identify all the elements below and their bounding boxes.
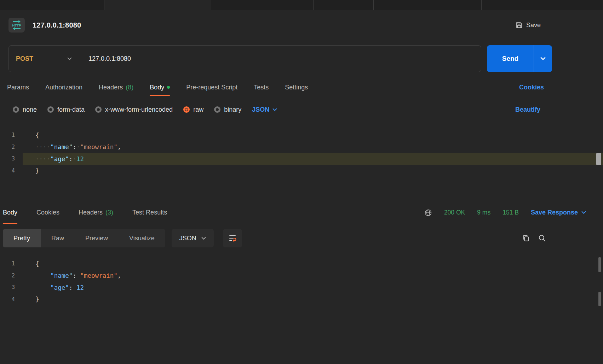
request-tab-params[interactable]: Params: [7, 78, 29, 96]
code-line[interactable]: 1{: [0, 258, 603, 270]
body-mode-none[interactable]: none: [13, 106, 37, 113]
response-toolbar-icons: [522, 234, 546, 242]
url-input[interactable]: 127.0.0.1:8080: [79, 55, 481, 63]
request-title: 127.0.0.1:8080: [33, 21, 81, 29]
code-line[interactable]: 3····"age":·12: [0, 153, 603, 165]
radio-icon: [13, 106, 19, 113]
editor-scrollbar-thumb[interactable]: [596, 153, 601, 165]
cookies-link[interactable]: Cookies: [519, 84, 544, 91]
mode-label: none: [23, 106, 37, 113]
request-tab-body[interactable]: Body: [150, 78, 170, 96]
token-string: "meowrain": [80, 272, 117, 279]
response-tab-cookies[interactable]: Cookies: [36, 201, 59, 224]
copy-icon: [522, 234, 530, 242]
body-mode-binary[interactable]: binary: [214, 106, 241, 113]
response-tab-test-results[interactable]: Test Results: [132, 201, 167, 224]
code-line[interactable]: 2····"name":·"meowrain",: [0, 141, 603, 153]
token-number: 12: [76, 155, 84, 163]
request-tab-tests[interactable]: Tests: [254, 78, 269, 96]
method-selector[interactable]: POST: [9, 46, 79, 72]
response-body-editor[interactable]: 1{2 "name": "meowrain",3 "age": 124}: [0, 247, 603, 364]
send-button[interactable]: Send: [487, 45, 534, 72]
mode-label: x-www-form-urlencoded: [105, 106, 173, 113]
request-tab-authorization[interactable]: Authorization: [45, 78, 82, 96]
request-tab-pre-request-script[interactable]: Pre-request Script: [186, 78, 237, 96]
request-tab-settings[interactable]: Settings: [285, 78, 308, 96]
save-response-button[interactable]: Save Response: [531, 209, 586, 216]
body-mode-row: noneform-datax-www-form-urlencodedrawbin…: [0, 102, 603, 117]
save-button[interactable]: Save: [516, 22, 541, 29]
scrollbar-mark: [598, 257, 601, 272]
tab-label: Pre-request Script: [186, 84, 237, 91]
wrap-lines-button[interactable]: [223, 229, 242, 247]
line-content: "age": 12: [23, 282, 603, 294]
body-language-dropdown[interactable]: JSON: [252, 106, 277, 113]
token-string: "meowrain": [80, 143, 117, 151]
response-toolbar: PrettyRawPreviewVisualize JSON: [3, 229, 546, 247]
token-punct: {: [35, 260, 39, 268]
response-tab-body[interactable]: Body: [3, 201, 17, 224]
code-line[interactable]: 3 "age": 12: [0, 282, 603, 294]
line-content: }: [23, 294, 603, 306]
url-row: POST 127.0.0.1:8080 Send: [8, 45, 552, 72]
line-number: 2: [0, 141, 23, 153]
save-response-label: Save Response: [531, 209, 578, 216]
chevron-down-icon: [67, 57, 72, 60]
token-ws: ·: [76, 143, 80, 151]
send-options-button[interactable]: [534, 45, 552, 72]
token-ws: [35, 284, 50, 291]
line-number: 4: [0, 165, 23, 177]
token-key: "name": [50, 272, 73, 279]
window-tab[interactable]: [374, 0, 482, 10]
search-button[interactable]: [538, 234, 546, 242]
response-tab-headers[interactable]: Headers(3): [79, 201, 113, 224]
mode-label: binary: [224, 106, 241, 113]
line-content: ····"name":·"meowrain",: [23, 141, 603, 153]
window-tab[interactable]: [211, 0, 314, 10]
response-meta: 200 OK 9 ms 151 B Save Response: [424, 209, 586, 217]
line-number: 4: [0, 294, 23, 306]
view-mode-preview[interactable]: Preview: [75, 229, 119, 247]
code-line[interactable]: 4}: [0, 165, 603, 177]
radio-icon: [183, 106, 190, 113]
indent-guide: [37, 282, 37, 294]
tab-label: Body: [3, 209, 17, 216]
tab-label: Cookies: [36, 209, 59, 216]
copy-button[interactable]: [522, 234, 530, 242]
tab-count: (3): [105, 209, 113, 216]
window-tab-active[interactable]: [104, 0, 211, 10]
network-info-icon[interactable]: [424, 209, 432, 217]
view-mode-raw[interactable]: Raw: [41, 229, 75, 247]
response-language-label: JSON: [179, 235, 196, 242]
chevron-down-icon: [201, 237, 206, 240]
window-tabstrip: [0, 0, 603, 10]
body-mode-raw[interactable]: raw: [183, 106, 203, 113]
save-icon: [516, 22, 523, 29]
code-line[interactable]: 1{: [0, 129, 603, 141]
code-line[interactable]: 2 "name": "meowrain",: [0, 270, 603, 282]
body-mode-list: noneform-datax-www-form-urlencodedrawbin…: [13, 106, 241, 113]
response-language-dropdown[interactable]: JSON: [172, 229, 214, 247]
body-mode-form-data[interactable]: form-data: [47, 106, 85, 113]
body-mode-x-www-form-urlencoded[interactable]: x-www-form-urlencoded: [95, 106, 173, 113]
body-language-label: JSON: [252, 106, 269, 113]
token-punct: ,: [117, 143, 121, 151]
code-line[interactable]: 4}: [0, 294, 603, 306]
view-mode-pretty[interactable]: Pretty: [3, 229, 41, 247]
request-body-editor[interactable]: 1{2····"name":·"meowrain",3····"age":·12…: [0, 117, 603, 201]
tab-label: Test Results: [132, 209, 167, 216]
window-tab[interactable]: [482, 0, 603, 10]
line-content: ····"age":·12: [23, 153, 603, 165]
window-tab[interactable]: [314, 0, 374, 10]
token-key: "age": [50, 155, 69, 163]
window-tab[interactable]: [0, 0, 104, 10]
request-tab-headers[interactable]: Headers(8): [99, 78, 133, 96]
tab-label: Tests: [254, 84, 269, 91]
line-number: 1: [0, 129, 23, 141]
line-content: {: [23, 258, 603, 270]
indent-guide: [37, 141, 37, 153]
token-punct: }: [35, 296, 39, 303]
view-mode-visualize[interactable]: Visualize: [119, 229, 165, 247]
token-key: "age": [50, 284, 69, 291]
beautify-link[interactable]: Beautify: [515, 106, 540, 113]
